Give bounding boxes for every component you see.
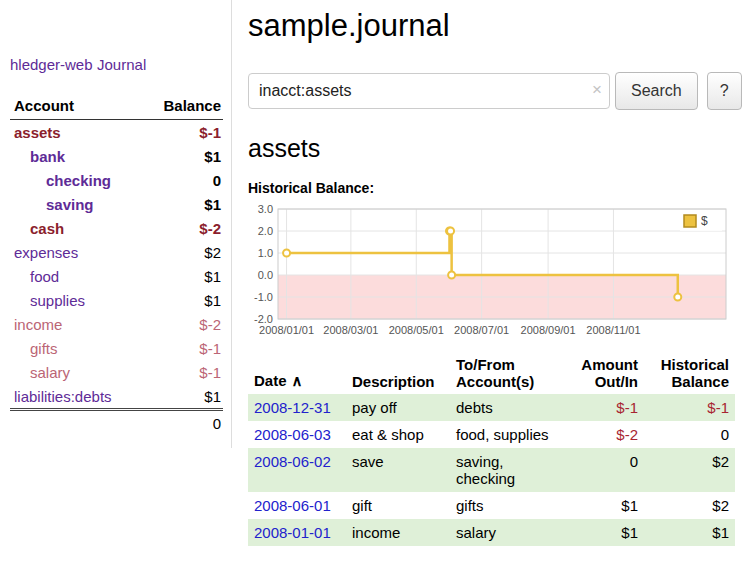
accounts-header-account: Account [10,94,144,120]
transaction-date-link[interactable]: 2008-06-01 [254,497,331,514]
account-link-bank[interactable]: bank [30,148,65,165]
account-balance: 0 [144,168,223,192]
register-header-account: To/From Account(s) [450,354,572,394]
transaction-amount: $-2 [572,421,644,448]
transaction-account: saving, checking [450,448,572,492]
account-row: supplies $1 [10,288,223,312]
transaction-date-link[interactable]: 2008-12-31 [254,399,331,416]
balance-chart-svg: 3.02.01.00.0-1.0-2.02008/01/012008/03/01… [248,204,734,338]
account-link-food[interactable]: food [30,268,59,285]
svg-text:2008/07/01: 2008/07/01 [454,324,509,336]
account-row: income $-2 [10,312,223,336]
search-bar: × Search ? [248,72,742,110]
account-balance: $1 [144,144,223,168]
svg-text:$: $ [701,214,708,228]
transaction-balance: $2 [644,448,735,492]
account-link-income[interactable]: income [14,316,62,333]
sidebar-item-journal[interactable]: Journal [97,56,146,73]
account-row: liabilities:debts $1 [10,384,223,410]
transaction-description: pay off [346,394,450,421]
accounts-header-balance: Balance [144,94,223,120]
register-header-date[interactable]: Date∧ [248,354,346,394]
account-link-assets[interactable]: assets [14,124,61,141]
transaction-date-link[interactable]: 2008-06-03 [254,426,331,443]
transaction-date-link[interactable]: 2008-06-02 [254,453,331,470]
account-link-liabilities-debts[interactable]: liabilities:debts [14,388,112,405]
account-link-cash[interactable]: cash [30,220,64,237]
transaction-balance: $1 [644,519,735,546]
account-balance: $-2 [144,312,223,336]
sort-asc-icon: ∧ [292,372,303,389]
transaction-amount: $-1 [572,394,644,421]
svg-text:-1.0: -1.0 [254,291,273,303]
transaction-balance: 0 [644,421,735,448]
account-balance: $1 [144,288,223,312]
search-box: × [248,73,610,109]
transaction-account: salary [450,519,572,546]
account-link-gifts[interactable]: gifts [30,340,58,357]
account-row: cash $-2 [10,216,223,240]
account-link-saving[interactable]: saving [46,196,94,213]
svg-text:1.0: 1.0 [258,247,273,259]
svg-text:3.0: 3.0 [258,204,273,215]
account-row: bank $1 [10,144,223,168]
brand-link[interactable]: hledger-web [10,56,93,73]
transaction-description: income [346,519,450,546]
transaction-amount: $1 [572,492,644,519]
account-row: checking 0 [10,168,223,192]
transaction-description: gift [346,492,450,519]
accounts-total-row: 0 [10,410,223,437]
transaction-account: food, supplies [450,421,572,448]
chart-title: Historical Balance: [248,180,742,196]
register-header-amount: Amount Out/In [572,354,644,394]
transaction-account: gifts [450,492,572,519]
account-balance: $-1 [144,336,223,360]
account-balance: $-1 [144,120,223,145]
register-header-description: Description [346,354,450,394]
account-row: food $1 [10,264,223,288]
historical-balance-chart: 3.02.01.00.0-1.0-2.02008/01/012008/03/01… [248,204,742,342]
transaction-description: save [346,448,450,492]
svg-text:2008/09/01: 2008/09/01 [521,324,576,336]
account-link-checking[interactable]: checking [46,172,111,189]
account-row: saving $1 [10,192,223,216]
register-header-balance: Historical Balance [644,354,735,394]
svg-text:2008/01/01: 2008/01/01 [259,324,314,336]
transaction-row: 2008-01-01 income salary $1 $1 [248,519,735,546]
account-row: salary $-1 [10,360,223,384]
transaction-description: eat & shop [346,421,450,448]
main-content: sample.journal × Search ? assets Histori… [232,0,742,546]
accounts-total: 0 [144,410,223,437]
account-balance: $-2 [144,216,223,240]
account-balance: $1 [144,384,223,410]
account-link-supplies[interactable]: supplies [30,292,85,309]
transaction-row: 2008-12-31 pay off debts $-1 $-1 [248,394,735,421]
account-balance: $1 [144,264,223,288]
search-button[interactable]: Search [615,72,698,110]
account-row: expenses $2 [10,240,223,264]
svg-text:2008/05/01: 2008/05/01 [389,324,444,336]
account-row: assets $-1 [10,120,223,145]
transaction-row: 2008-06-01 gift gifts $1 $2 [248,492,735,519]
transaction-row: 2008-06-02 save saving, checking 0 $2 [248,448,735,492]
svg-text:2.0: 2.0 [258,225,273,237]
search-input[interactable] [248,73,610,109]
account-heading: assets [248,134,742,163]
transaction-amount: $1 [572,519,644,546]
transaction-amount: 0 [572,448,644,492]
account-row: gifts $-1 [10,336,223,360]
account-balance: $1 [144,192,223,216]
page-title: sample.journal [248,8,742,44]
account-balance: $2 [144,240,223,264]
svg-text:2008/11/01: 2008/11/01 [586,324,640,336]
sidebar: hledger-web Journal Account Balance asse… [0,0,232,448]
transaction-row: 2008-06-03 eat & shop food, supplies $-2… [248,421,735,448]
clear-search-icon[interactable]: × [592,80,602,100]
account-link-salary[interactable]: salary [30,364,70,381]
help-button[interactable]: ? [707,72,742,110]
register-table: Date∧ Description To/From Account(s) Amo… [248,354,735,546]
transaction-date-link[interactable]: 2008-01-01 [254,524,331,541]
account-link-expenses[interactable]: expenses [14,244,78,261]
account-balance: $-1 [144,360,223,384]
transaction-balance: $2 [644,492,735,519]
